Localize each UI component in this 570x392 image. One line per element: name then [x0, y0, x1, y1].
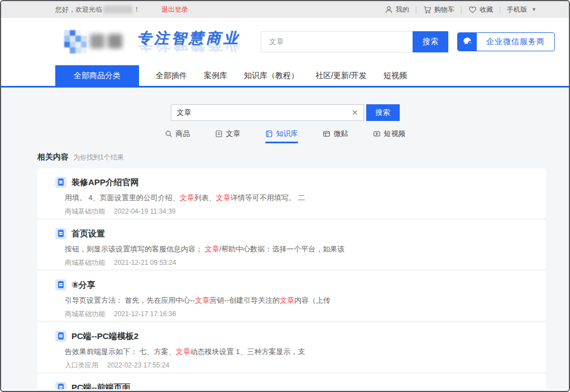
snippet-text: 列表、 [194, 193, 216, 202]
result-title[interactable]: ⑧分享 [71, 280, 95, 291]
tab-articles[interactable]: 文章 [215, 129, 241, 143]
result-timestamp: 2021-12-17 17:16:36 [114, 310, 176, 318]
tab-goods[interactable]: 商品 [165, 129, 190, 143]
tab-micro-posts[interactable]: 微贴 [323, 129, 348, 143]
result-card[interactable]: PC端--前端页面 [37, 374, 546, 389]
result-title[interactable]: PC端--前端页面 [71, 383, 131, 390]
caret-down-icon: ▼ [531, 7, 537, 12]
divider: | [499, 6, 501, 13]
result-timestamp: 2022-04-19 11:34:39 [114, 207, 176, 215]
article-icon [215, 130, 223, 138]
heart-icon [468, 6, 477, 14]
header-search-input[interactable] [261, 31, 413, 52]
main-nav: 全部商品分类 全部插件 案例库 知识库（教程） 社区/更新/开发 短视频 [1, 65, 569, 88]
logout-link[interactable]: 退出登录 [161, 5, 188, 14]
greeting-suffix: ！ [133, 5, 140, 14]
tab-knowledge-base-label: 知识库 [276, 129, 298, 139]
results-count: 为你找到1个结果 [73, 153, 124, 162]
result-snippet: 引导页设置方法： 首先，先在应用中心--文章营销--创建引导关注的文章内容（上传 [65, 296, 535, 305]
browser-window: 您好，欢迎光临！ 退出登录 我的 | 购物车 | 收藏 | 手机版 ▼ [0, 0, 570, 392]
snippet-text: 用填。 4、页面设置里的公司介绍、 [65, 193, 180, 202]
wecom-chat-icon [458, 32, 477, 51]
result-title-row: PC端--PC端模板2 [55, 331, 535, 342]
header-search-button[interactable]: 搜索 [413, 31, 448, 52]
tab-knowledge-base[interactable]: 知识库 [265, 129, 298, 143]
favorites-link[interactable]: 收藏 [468, 5, 493, 14]
logo-tagline: 专注智慧商业 专注智慧商业 [137, 31, 241, 52]
doc-icon [55, 279, 66, 291]
cart-link[interactable]: 购物车 [423, 5, 454, 14]
result-type-tabs: 商品 文章 知识库 微贴 短视频 [1, 129, 569, 143]
topbar-links: 我的 | 购物车 | 收藏 | 手机版 ▼ [385, 5, 537, 14]
doc-icon [55, 331, 66, 342]
cart-label: 购物车 [434, 5, 454, 14]
logo-mark-blurred [64, 30, 87, 54]
site-header: 专注智慧商业 专注智慧商业 搜索 企业微信服务商 [1, 18, 569, 65]
clear-icon[interactable]: ✕ [352, 108, 358, 118]
cart-icon [423, 6, 432, 14]
user-icon [385, 6, 393, 14]
result-card[interactable]: 装修APP介绍官网用填。 4、页面设置里的公司介绍、文章列表、文章详情等可不用填… [37, 168, 546, 218]
logo-text-blurred [90, 31, 122, 53]
snippet-text: 营销--创建引导关注的 [209, 296, 280, 304]
topbar-greeting: 您好，欢迎光临！ 退出登录 [55, 5, 188, 14]
result-category: 商城基础功能 [65, 310, 105, 318]
wecom-service-button[interactable]: 企业微信服务商 [457, 32, 555, 51]
result-title-row: 首页设置 [55, 228, 535, 239]
snippet-text: 按钮，则显示该设置填写的客服信息内容； [65, 245, 205, 253]
results-list: 装修APP介绍官网用填。 4、页面设置里的公司介绍、文章列表、文章详情等可不用填… [37, 168, 546, 389]
nav-short-video[interactable]: 短视频 [384, 65, 407, 86]
highlighted-keyword: 文章 [195, 296, 209, 304]
video-icon [373, 130, 381, 138]
topbar: 您好，欢迎光临！ 退出登录 我的 | 购物车 | 收藏 | 手机版 ▼ [1, 1, 569, 18]
greeting-prefix: 您好，欢迎光临 [55, 5, 102, 14]
result-category: 商城基础功能 [65, 207, 105, 215]
site-logo[interactable]: 专注智慧商业 专注智慧商业 [64, 30, 241, 54]
content-area: ✕ 搜索 商品 文章 知识库 微贴 短视频 [1, 88, 569, 389]
blurred-username [103, 6, 132, 13]
result-title[interactable]: PC端--PC端模板2 [71, 331, 138, 342]
mobile-version-label: 手机版 [507, 5, 527, 14]
result-category: 商城基础功能 [65, 259, 105, 267]
result-meta: 商城基础功能2022-04-19 11:34:39 [65, 207, 535, 216]
search-icon [165, 130, 173, 138]
result-title-row: PC端--前端页面 [55, 382, 535, 389]
result-title-row: ⑧分享 [55, 279, 535, 291]
highlighted-keyword: 文章 [205, 245, 219, 253]
result-timestamp: 2021-12-21 09:53:24 [114, 259, 176, 267]
tab-goods-label: 商品 [176, 129, 190, 139]
result-category: 入口类应用 [65, 361, 98, 369]
nav-all-plugins[interactable]: 全部插件 [156, 65, 187, 86]
doc-icon [55, 382, 66, 389]
doc-icon [55, 228, 66, 239]
result-card[interactable]: 首页设置按钮，则显示该设置填写的客服信息内容； 文章/帮助中心数据：选择一个平台… [37, 220, 546, 269]
search-input[interactable] [171, 104, 364, 121]
result-title[interactable]: 装修APP介绍官网 [71, 177, 139, 188]
nav-case-library[interactable]: 案例库 [204, 65, 227, 86]
results-title: 相关内容 [37, 152, 69, 162]
snippet-text: 告效果前端显示如下： 七、方案、 [65, 347, 176, 356]
tab-short-video[interactable]: 短视频 [373, 129, 406, 143]
nav-knowledge-base[interactable]: 知识库（教程） [244, 65, 299, 86]
snippet-text: 详情等可不用填写。 二 [231, 193, 305, 202]
snippet-text: 内容（上传 [294, 296, 330, 304]
search-button[interactable]: 搜索 [366, 104, 400, 121]
result-card[interactable]: ⑧分享引导页设置方法： 首先，先在应用中心--文章营销--创建引导关注的文章内容… [37, 271, 546, 321]
doc-icon [55, 177, 66, 188]
tagline-text: 专注智慧商业 [137, 30, 241, 46]
result-title[interactable]: 首页设置 [71, 229, 105, 239]
my-account-link[interactable]: 我的 [385, 5, 409, 14]
wecom-label: 企业微信服务商 [477, 37, 554, 47]
results-header: 相关内容 为你找到1个结果 [37, 152, 569, 162]
book-icon [265, 130, 273, 138]
result-card[interactable]: PC端--PC端模板2告效果前端显示如下： 七、方案、文章动态模块设置 1、三种… [37, 322, 546, 372]
nav-all-categories[interactable]: 全部商品分类 [55, 65, 139, 86]
result-title-row: 装修APP介绍官网 [55, 177, 535, 188]
header-search: 搜索 [261, 31, 448, 52]
result-meta: 商城基础功能2021-12-21 09:53:24 [65, 258, 535, 268]
highlighted-keyword: 文章 [280, 296, 294, 304]
favorites-label: 收藏 [480, 5, 493, 14]
divider: | [461, 6, 462, 13]
mobile-version-menu[interactable]: 手机版 ▼ [507, 5, 537, 14]
nav-community[interactable]: 社区/更新/开发 [315, 65, 367, 86]
